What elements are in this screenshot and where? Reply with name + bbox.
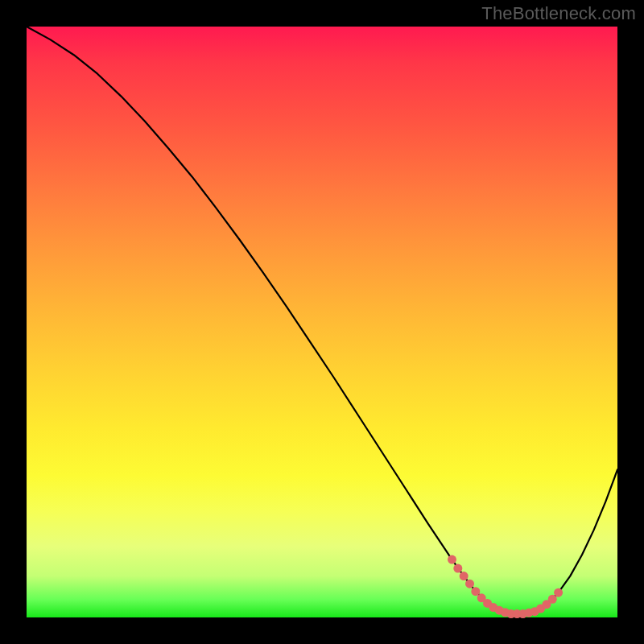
marker-dot (554, 588, 563, 597)
marker-dot (460, 572, 469, 580)
marker-dot (453, 564, 462, 573)
marker-dot (465, 580, 474, 588)
marker-dot (448, 555, 456, 564)
marker-group (448, 555, 563, 619)
curve-svg (27, 27, 617, 617)
chart-frame: TheBottleneck.com (0, 0, 644, 644)
bottleneck-curve (27, 27, 617, 614)
watermark-text: TheBottleneck.com (481, 3, 636, 24)
plot-area (27, 27, 617, 617)
